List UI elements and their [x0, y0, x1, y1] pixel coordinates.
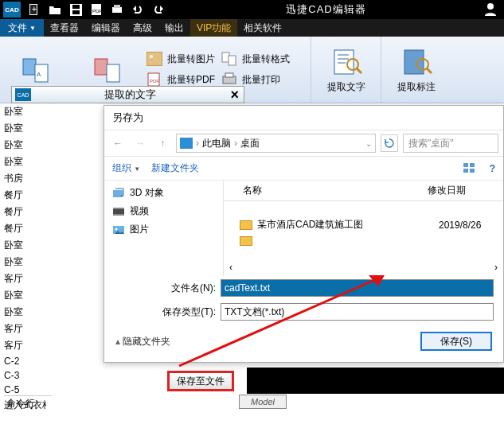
column-date[interactable]: 修改日期 [423, 181, 502, 200]
new-folder-button[interactable]: 新建文件夹 [151, 161, 199, 175]
menu-file[interactable]: 文件 ▼ [0, 19, 44, 37]
ribbon-batch-fmt[interactable]: 批量转格式 [218, 49, 293, 70]
tree-item-3dobjects[interactable]: 3D 对象 [112, 184, 215, 202]
svg-rect-8 [112, 7, 122, 13]
list-item[interactable]: 餐厅 [0, 204, 46, 220]
tree-item-video[interactable]: 视频 [112, 202, 215, 220]
new-file-icon[interactable]: + [25, 2, 43, 18]
list-item[interactable]: C-3 [0, 368, 46, 383]
nav-up-icon[interactable]: ↑ [154, 134, 171, 152]
menu-vip[interactable]: VIP功能 [190, 19, 237, 37]
svg-point-10 [487, 3, 494, 10]
list-item[interactable]: 卧室 [0, 237, 46, 254]
text-list-panel: 卧室 卧室 卧室 卧室 书房 餐厅 餐厅 餐厅 卧室 卧室 客厅 卧室 卧室 客… [0, 103, 46, 414]
svg-rect-4 [72, 5, 80, 9]
list-item[interactable]: 卧室 [0, 304, 46, 321]
save-button[interactable]: 保存(S) [420, 332, 492, 351]
svg-text:PDF: PDF [92, 9, 102, 14]
save-to-file-button[interactable]: 保存至文件 [167, 371, 234, 391]
model-tab[interactable]: Model [239, 395, 287, 409]
scroll-left-icon[interactable]: ‹ [225, 262, 236, 273]
tree-item-pictures[interactable]: 图片 [112, 220, 215, 239]
extract-modal-titlebar: CAD 提取的文字 × [11, 86, 244, 103]
save-icon[interactable] [67, 2, 84, 18]
organize-button[interactable]: 组织 ▼ [112, 161, 140, 175]
list-item[interactable]: 书房 [0, 170, 46, 187]
save-as-dialog: 另存为 ← → ↑ › 此电脑 › 桌面 ⌄ 搜索"桌面" 组织 ▼ 新建文件夹… [104, 105, 504, 363]
svg-rect-39 [113, 208, 124, 209]
svg-rect-16 [147, 52, 162, 66]
svg-rect-9 [114, 5, 120, 8]
menu-output[interactable]: 输出 [158, 19, 190, 37]
svg-rect-23 [225, 73, 233, 77]
svg-text:+: + [32, 5, 37, 14]
help-icon[interactable]: ? [490, 163, 495, 174]
refresh-icon[interactable] [381, 134, 398, 152]
menu-editor[interactable]: 编辑器 [85, 19, 127, 37]
list-item[interactable]: 卧室 [0, 103, 46, 120]
redo-icon[interactable] [150, 2, 167, 18]
print-icon[interactable] [108, 2, 126, 18]
svg-rect-35 [463, 169, 468, 173]
ribbon-extract-anno[interactable]: 提取标注 [381, 37, 451, 103]
scroll-right-icon[interactable]: › [490, 262, 502, 273]
app-title: 迅捷CAD编辑器 [169, 2, 483, 17]
menu-viewer[interactable]: 查看器 [44, 19, 85, 37]
list-item[interactable]: 卧室 [0, 137, 46, 154]
canvas-bottom [247, 368, 504, 394]
svg-line-26 [357, 68, 361, 73]
folder-tree: 3D 对象 视频 图片 [104, 181, 224, 276]
svg-rect-5 [72, 10, 80, 14]
svg-rect-40 [113, 214, 124, 216]
svg-text:PDF: PDF [150, 79, 159, 84]
list-item[interactable]: 餐厅 [0, 220, 46, 237]
app-logo-icon: CAD [3, 2, 21, 18]
list-item[interactable]: 卧室 [0, 254, 46, 270]
svg-point-42 [115, 228, 118, 230]
filetype-field[interactable]: TXT文档(*.txt) [221, 303, 494, 321]
svg-rect-34 [470, 163, 475, 167]
list-item[interactable]: 餐厅 [0, 187, 46, 204]
view-options-icon[interactable] [463, 162, 479, 175]
computer-icon [180, 138, 193, 149]
extract-modal-icon: CAD [15, 88, 31, 101]
svg-rect-36 [470, 169, 475, 173]
menu-related[interactable]: 相关软件 [237, 19, 288, 37]
hide-folders-button[interactable]: 隐藏文件夹 [115, 335, 170, 348]
ribbon-extract-text[interactable]: 提取文字 [311, 37, 381, 103]
close-icon[interactable]: × [225, 87, 244, 103]
list-item[interactable]: 卧室 [0, 154, 46, 170]
svg-point-17 [150, 55, 153, 58]
filename-field[interactable]: cadText.txt [221, 279, 494, 297]
menu-advanced[interactable]: 高级 [127, 19, 158, 37]
list-item[interactable]: 客厅 [0, 321, 46, 337]
nav-forward-icon: → [131, 134, 149, 152]
filename-label: 文件名(N): [144, 282, 216, 295]
save-as-title: 另存为 [104, 106, 503, 130]
svg-rect-11 [23, 59, 36, 75]
chevron-down-icon[interactable]: ⌄ [365, 139, 372, 148]
open-folder-icon[interactable] [46, 2, 64, 18]
ribbon-batch-img[interactable]: 批量转图片 [143, 49, 218, 70]
extract-modal-title: 提取的文字 [34, 88, 225, 102]
svg-rect-19 [229, 56, 236, 65]
search-input[interactable]: 搜索"桌面" [403, 134, 498, 153]
list-item[interactable]: 卧室 [0, 120, 46, 137]
path-segment[interactable]: 此电脑 [202, 137, 231, 150]
folder-icon [240, 220, 252, 230]
list-item[interactable]: 卧室 [0, 287, 46, 304]
save-pdf-icon[interactable]: PDF [88, 2, 105, 18]
svg-text:A: A [37, 71, 41, 78]
list-item[interactable]: 客厅 [0, 337, 46, 354]
nav-back-icon[interactable]: ← [109, 134, 127, 152]
user-icon[interactable] [483, 2, 499, 18]
path-box[interactable]: › 此电脑 › 桌面 ⌄ [176, 134, 376, 153]
list-item[interactable]: C-2 [0, 354, 46, 368]
list-item[interactable]: 客厅 [0, 270, 46, 287]
folder-icon [240, 236, 252, 246]
file-row[interactable] [224, 234, 503, 248]
column-name[interactable]: 名称 [224, 181, 423, 200]
undo-icon[interactable] [129, 2, 147, 18]
path-segment[interactable]: 桌面 [240, 137, 260, 150]
file-row[interactable]: 某市酒店CAD建筑施工图 2019/8/26 [224, 216, 503, 234]
